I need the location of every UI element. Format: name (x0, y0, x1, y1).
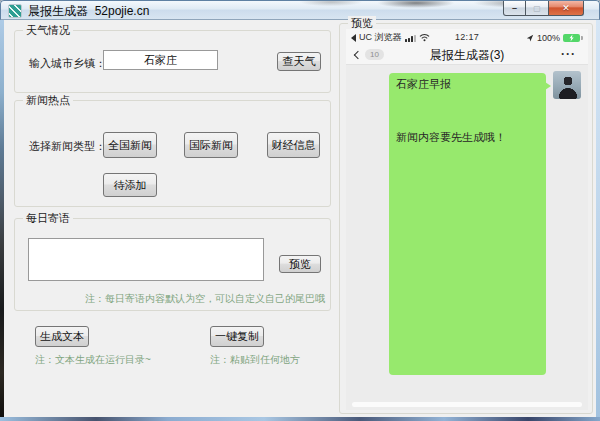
national-news-button[interactable]: 全国新闻 (103, 132, 157, 158)
daily-message-input[interactable] (28, 238, 264, 281)
daily-message-section-title: 每日寄语 (23, 211, 73, 226)
generate-text-button[interactable]: 生成文本 (35, 326, 89, 347)
client-area: 天气情况 输入城市乡镇： 查天气 新闻热点 选择新闻类型： 全国新闻 国际新闻 … (4, 20, 596, 417)
phone-status-bar: UC 浏览器 12:17 100% (346, 29, 588, 46)
copy-note: 注：粘贴到任何地方 (210, 353, 300, 367)
generate-note: 注：文本生成在运行目录~ (35, 353, 151, 367)
bubble-body-text: 新闻内容要先生成哦！ (396, 130, 506, 145)
city-label: 输入城市乡镇： (29, 56, 106, 71)
chat-title: 晨报生成器(3) (346, 46, 588, 65)
app-icon (8, 4, 22, 18)
window-title: 晨报生成器 52pojie.cn (28, 1, 149, 21)
battery-charging-icon (563, 34, 580, 42)
status-bar-right: 100% (526, 29, 582, 46)
app-window: 晨报生成器 52pojie.cn – ▢ ✕ 天气情况 输入城市乡镇： 查天气 … (0, 0, 600, 421)
window-border-bottom (0, 417, 600, 421)
daily-message-section: 每日寄语 预览 注：每日寄语内容默认为空，可以自定义自己的尾巴哦 (14, 218, 331, 311)
chat-bubble-tail (545, 82, 551, 90)
title-bar[interactable]: 晨报生成器 52pojie.cn – ▢ ✕ (0, 0, 600, 20)
international-news-button[interactable]: 国际新闻 (184, 132, 238, 158)
bubble-headline: 石家庄早报 (396, 77, 451, 92)
finance-news-button[interactable]: 财经信息 (267, 132, 320, 158)
copy-button[interactable]: 一键复制 (210, 326, 264, 347)
news-type-label: 选择新闻类型： (29, 139, 106, 154)
chat-area: 石家庄早报 新闻内容要先生成哦！ (346, 65, 588, 410)
news-section: 新闻热点 选择新闻类型： 全国新闻 国际新闻 财经信息 待添加 (14, 100, 331, 207)
message-preview-button[interactable]: 预览 (279, 255, 321, 273)
minimize-icon: – (512, 4, 517, 13)
check-weather-button[interactable]: 查天气 (277, 52, 321, 71)
weather-section-title: 天气情况 (23, 23, 73, 38)
location-arrow-icon (526, 34, 534, 42)
maximize-button[interactable]: ▢ (526, 1, 548, 16)
more-menu-icon: ··· (561, 46, 576, 65)
placeholder-news-button[interactable]: 待添加 (103, 173, 157, 197)
weather-section: 天气情况 输入城市乡镇： 查天气 (14, 30, 331, 93)
maximize-icon: ▢ (533, 4, 541, 13)
battery-percent-label: 100% (537, 33, 560, 43)
avatar (553, 71, 581, 99)
daily-message-note: 注：每日寄语内容默认为空，可以自定义自己的尾巴哦 (85, 292, 325, 306)
window-controls: – ▢ ✕ (503, 1, 584, 16)
preview-section: 预览 UC 浏览器 12:17 (339, 23, 593, 414)
phone-preview-image: UC 浏览器 12:17 100% (346, 29, 588, 410)
close-button[interactable]: ✕ (548, 1, 584, 16)
close-icon: ✕ (562, 4, 570, 13)
phone-nav-bar: 10 晨报生成器(3) ··· (346, 46, 588, 65)
city-input[interactable] (103, 50, 218, 70)
minimize-button[interactable]: – (503, 1, 526, 16)
phone-input-bar (352, 402, 582, 407)
window-border-right (596, 20, 600, 421)
news-section-title: 新闻热点 (23, 93, 73, 108)
chat-bubble: 石家庄早报 新闻内容要先生成哦！ (389, 73, 546, 375)
